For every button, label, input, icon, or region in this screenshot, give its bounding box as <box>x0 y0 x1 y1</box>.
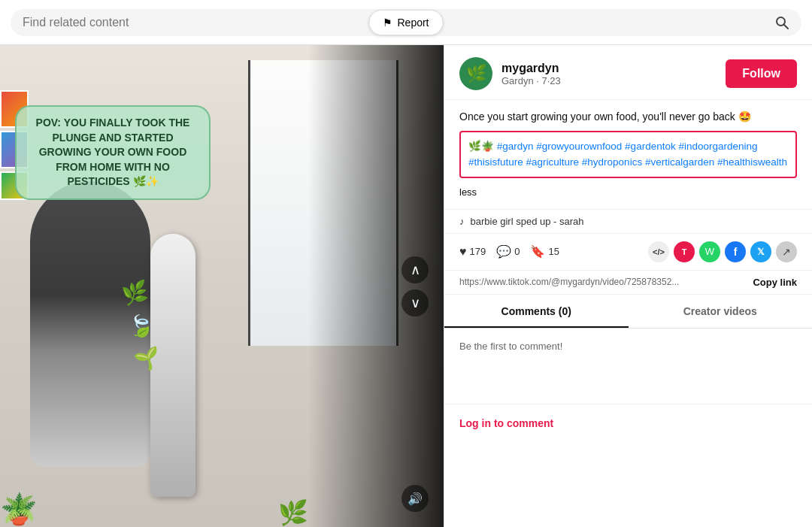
bookmark-icon: 🔖 <box>530 244 545 259</box>
top-bar: ⚑ Report <box>0 0 812 45</box>
bookmarks-item: 🔖 15 <box>530 244 559 259</box>
comments-section: Be the first to comment! <box>444 329 812 404</box>
main-layout: 🌿🍃🌱 🪴 🌿 POV: YOU FINALLY TOOK THE PLUNGE… <box>0 45 812 527</box>
profile-meta: Gardyn · 7·23 <box>501 75 717 86</box>
login-link[interactable]: Log in to comment <box>459 417 553 429</box>
whatsapp-icon: W <box>705 246 714 257</box>
tiktok-share-button[interactable]: T <box>674 241 695 262</box>
less-link[interactable]: less <box>459 186 477 198</box>
more-share-button[interactable]: ↗ <box>776 241 797 262</box>
room-scene: 🌿🍃🌱 🪴 🌿 POV: YOU FINALLY TOOK THE PLUNGE… <box>0 45 444 527</box>
link-row: https://www.tiktok.com/@mygardyn/video/7… <box>444 271 812 295</box>
twitter-icon: 𝕏 <box>757 247 765 257</box>
description-section: Once you start growing your own food, yo… <box>444 100 812 210</box>
tabs-row: Comments (0) Creator videos <box>444 295 812 329</box>
chevron-down-icon: ∨ <box>411 295 420 311</box>
search-button[interactable] <box>774 15 789 30</box>
video-caption: POV: YOU FINALLY TOOK THE PLUNGE AND STA… <box>15 105 211 200</box>
nav-up-button[interactable]: ∧ <box>401 256 429 283</box>
embed-share-button[interactable]: </> <box>648 241 669 262</box>
hashtag-box: 🌿🪴 #gardyn #growyourownfood #gardentok #… <box>459 131 797 178</box>
login-footer: Log in to comment <box>444 404 812 442</box>
whatsapp-share-button[interactable]: W <box>699 241 720 262</box>
tiktok-icon: T <box>682 247 687 256</box>
avatar: 🌿 <box>459 57 492 90</box>
report-icon: ⚑ <box>383 17 392 29</box>
comment-icon: 💬 <box>496 244 511 259</box>
right-panel: 🌿 mygardyn Gardyn · 7·23 Follow Once you… <box>444 45 812 527</box>
tab-creator-videos-label: Creator videos <box>683 305 757 317</box>
no-comments-text: Be the first to comment! <box>459 341 797 352</box>
tab-comments[interactable]: Comments (0) <box>444 295 629 328</box>
likes-count: 179 <box>470 246 486 257</box>
follow-button[interactable]: Follow <box>726 59 797 88</box>
share-arrow-icon: ↗ <box>782 246 791 258</box>
video-url: https://www.tiktok.com/@mygardyn/video/7… <box>459 277 747 287</box>
profile-platform: Gardyn <box>501 75 534 86</box>
heart-icon: ♥ <box>459 245 467 259</box>
copy-link-button[interactable]: Copy link <box>753 277 797 288</box>
music-label: barbie girl sped up - sarah <box>471 216 584 227</box>
tab-creator-videos[interactable]: Creator videos <box>629 295 813 328</box>
profile-name: mygardyn <box>501 62 717 75</box>
profile-info: mygardyn Gardyn · 7·23 <box>501 62 717 86</box>
profile-date: 7·23 <box>542 75 561 86</box>
engagement-row: ♥ 179 💬 0 🔖 15 </> T <box>444 234 812 271</box>
nav-arrows: ∧ ∨ <box>401 256 429 317</box>
video-panel: 🌿🍃🌱 🪴 🌿 POV: YOU FINALLY TOOK THE PLUNGE… <box>0 45 444 527</box>
sound-button[interactable]: 🔊 <box>401 485 429 512</box>
sound-icon: 🔊 <box>408 492 423 506</box>
bookmarks-count: 15 <box>548 246 559 257</box>
likes-item: ♥ 179 <box>459 245 486 259</box>
hashtag-links[interactable]: 🌿🪴 #gardyn #growyourownfood #gardentok #… <box>468 141 787 168</box>
comments-count: 0 <box>514 246 520 257</box>
description-text: Once you start growing your own food, yo… <box>459 109 797 125</box>
chevron-up-icon: ∧ <box>411 262 420 278</box>
comments-item: 💬 0 <box>496 244 520 259</box>
facebook-share-button[interactable]: f <box>725 241 746 262</box>
tab-comments-label: Comments (0) <box>501 305 571 317</box>
report-button[interactable]: ⚑ Report <box>368 10 443 35</box>
facebook-icon: f <box>734 246 738 258</box>
music-line: ♪ barbie girl sped up - sarah <box>444 210 812 234</box>
profile-separator: · <box>536 75 541 86</box>
share-icons: </> T W f 𝕏 ↗ <box>648 241 797 262</box>
music-note-icon: ♪ <box>459 216 465 227</box>
search-icon <box>774 15 789 30</box>
report-label: Report <box>397 17 429 29</box>
avatar-icon: 🌿 <box>466 64 486 83</box>
twitter-share-button[interactable]: 𝕏 <box>750 241 771 262</box>
floor-plants-right: 🌿 <box>278 498 308 527</box>
nav-down-button[interactable]: ∨ <box>401 289 429 317</box>
floor-plants-left: 🪴 <box>0 492 38 527</box>
profile-section: 🌿 mygardyn Gardyn · 7·23 Follow <box>444 45 812 100</box>
svg-line-1 <box>784 24 789 29</box>
